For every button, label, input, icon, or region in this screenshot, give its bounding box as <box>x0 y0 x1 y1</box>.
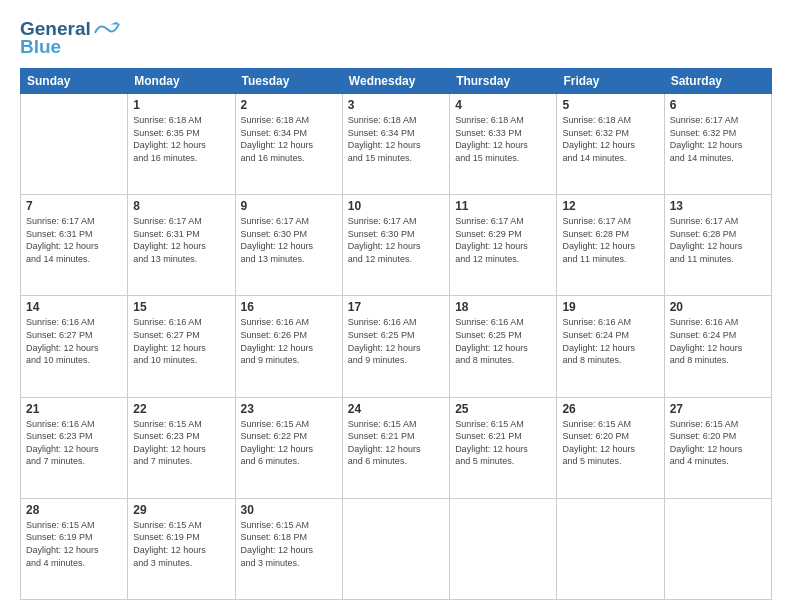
header-tuesday: Tuesday <box>235 69 342 94</box>
day-number: 30 <box>241 503 337 517</box>
calendar-cell: 16Sunrise: 6:16 AM Sunset: 6:26 PM Dayli… <box>235 296 342 397</box>
calendar-cell: 7Sunrise: 6:17 AM Sunset: 6:31 PM Daylig… <box>21 195 128 296</box>
calendar-cell: 19Sunrise: 6:16 AM Sunset: 6:24 PM Dayli… <box>557 296 664 397</box>
calendar-header-row: Sunday Monday Tuesday Wednesday Thursday… <box>21 69 772 94</box>
day-info: Sunrise: 6:15 AM Sunset: 6:23 PM Dayligh… <box>133 418 229 468</box>
day-number: 10 <box>348 199 444 213</box>
calendar-week-row: 14Sunrise: 6:16 AM Sunset: 6:27 PM Dayli… <box>21 296 772 397</box>
day-info: Sunrise: 6:16 AM Sunset: 6:24 PM Dayligh… <box>562 316 658 366</box>
calendar-cell: 30Sunrise: 6:15 AM Sunset: 6:18 PM Dayli… <box>235 498 342 599</box>
day-number: 15 <box>133 300 229 314</box>
calendar-week-row: 28Sunrise: 6:15 AM Sunset: 6:19 PM Dayli… <box>21 498 772 599</box>
calendar-cell <box>21 94 128 195</box>
day-info: Sunrise: 6:17 AM Sunset: 6:28 PM Dayligh… <box>670 215 766 265</box>
calendar-cell: 26Sunrise: 6:15 AM Sunset: 6:20 PM Dayli… <box>557 397 664 498</box>
logo-container: General Blue <box>20 18 120 58</box>
day-number: 22 <box>133 402 229 416</box>
day-number: 13 <box>670 199 766 213</box>
day-info: Sunrise: 6:16 AM Sunset: 6:27 PM Dayligh… <box>26 316 122 366</box>
day-number: 8 <box>133 199 229 213</box>
calendar-cell: 13Sunrise: 6:17 AM Sunset: 6:28 PM Dayli… <box>664 195 771 296</box>
day-info: Sunrise: 6:17 AM Sunset: 6:31 PM Dayligh… <box>26 215 122 265</box>
day-info: Sunrise: 6:18 AM Sunset: 6:33 PM Dayligh… <box>455 114 551 164</box>
day-info: Sunrise: 6:15 AM Sunset: 6:21 PM Dayligh… <box>348 418 444 468</box>
day-info: Sunrise: 6:15 AM Sunset: 6:20 PM Dayligh… <box>670 418 766 468</box>
calendar: Sunday Monday Tuesday Wednesday Thursday… <box>20 68 772 600</box>
day-number: 9 <box>241 199 337 213</box>
calendar-week-row: 7Sunrise: 6:17 AM Sunset: 6:31 PM Daylig… <box>21 195 772 296</box>
logo: General Blue <box>20 18 120 58</box>
day-number: 3 <box>348 98 444 112</box>
day-number: 26 <box>562 402 658 416</box>
day-number: 7 <box>26 199 122 213</box>
day-info: Sunrise: 6:17 AM Sunset: 6:29 PM Dayligh… <box>455 215 551 265</box>
day-number: 25 <box>455 402 551 416</box>
calendar-cell: 21Sunrise: 6:16 AM Sunset: 6:23 PM Dayli… <box>21 397 128 498</box>
calendar-cell <box>342 498 449 599</box>
day-info: Sunrise: 6:17 AM Sunset: 6:30 PM Dayligh… <box>348 215 444 265</box>
day-info: Sunrise: 6:17 AM Sunset: 6:28 PM Dayligh… <box>562 215 658 265</box>
day-info: Sunrise: 6:15 AM Sunset: 6:19 PM Dayligh… <box>26 519 122 569</box>
calendar-cell: 12Sunrise: 6:17 AM Sunset: 6:28 PM Dayli… <box>557 195 664 296</box>
day-info: Sunrise: 6:16 AM Sunset: 6:23 PM Dayligh… <box>26 418 122 468</box>
day-info: Sunrise: 6:18 AM Sunset: 6:34 PM Dayligh… <box>348 114 444 164</box>
day-number: 4 <box>455 98 551 112</box>
calendar-cell: 8Sunrise: 6:17 AM Sunset: 6:31 PM Daylig… <box>128 195 235 296</box>
day-info: Sunrise: 6:16 AM Sunset: 6:27 PM Dayligh… <box>133 316 229 366</box>
day-info: Sunrise: 6:16 AM Sunset: 6:24 PM Dayligh… <box>670 316 766 366</box>
page: General Blue Sunday Monday Tuesday Wedne… <box>0 0 792 612</box>
day-info: Sunrise: 6:18 AM Sunset: 6:34 PM Dayligh… <box>241 114 337 164</box>
calendar-cell: 22Sunrise: 6:15 AM Sunset: 6:23 PM Dayli… <box>128 397 235 498</box>
day-number: 2 <box>241 98 337 112</box>
calendar-cell: 9Sunrise: 6:17 AM Sunset: 6:30 PM Daylig… <box>235 195 342 296</box>
calendar-cell <box>664 498 771 599</box>
logo-blue-text: Blue <box>20 36 61 58</box>
day-number: 20 <box>670 300 766 314</box>
calendar-cell: 18Sunrise: 6:16 AM Sunset: 6:25 PM Dayli… <box>450 296 557 397</box>
header-monday: Monday <box>128 69 235 94</box>
logo-wave-icon <box>94 19 120 39</box>
day-info: Sunrise: 6:17 AM Sunset: 6:32 PM Dayligh… <box>670 114 766 164</box>
calendar-cell: 5Sunrise: 6:18 AM Sunset: 6:32 PM Daylig… <box>557 94 664 195</box>
day-info: Sunrise: 6:15 AM Sunset: 6:21 PM Dayligh… <box>455 418 551 468</box>
day-number: 1 <box>133 98 229 112</box>
day-number: 6 <box>670 98 766 112</box>
day-info: Sunrise: 6:16 AM Sunset: 6:26 PM Dayligh… <box>241 316 337 366</box>
calendar-cell: 3Sunrise: 6:18 AM Sunset: 6:34 PM Daylig… <box>342 94 449 195</box>
day-number: 5 <box>562 98 658 112</box>
day-number: 21 <box>26 402 122 416</box>
calendar-cell: 11Sunrise: 6:17 AM Sunset: 6:29 PM Dayli… <box>450 195 557 296</box>
day-info: Sunrise: 6:15 AM Sunset: 6:20 PM Dayligh… <box>562 418 658 468</box>
day-info: Sunrise: 6:17 AM Sunset: 6:30 PM Dayligh… <box>241 215 337 265</box>
calendar-cell: 17Sunrise: 6:16 AM Sunset: 6:25 PM Dayli… <box>342 296 449 397</box>
calendar-cell: 2Sunrise: 6:18 AM Sunset: 6:34 PM Daylig… <box>235 94 342 195</box>
day-number: 14 <box>26 300 122 314</box>
day-number: 28 <box>26 503 122 517</box>
day-info: Sunrise: 6:15 AM Sunset: 6:22 PM Dayligh… <box>241 418 337 468</box>
calendar-cell: 10Sunrise: 6:17 AM Sunset: 6:30 PM Dayli… <box>342 195 449 296</box>
day-number: 18 <box>455 300 551 314</box>
calendar-cell: 4Sunrise: 6:18 AM Sunset: 6:33 PM Daylig… <box>450 94 557 195</box>
header-saturday: Saturday <box>664 69 771 94</box>
calendar-week-row: 1Sunrise: 6:18 AM Sunset: 6:35 PM Daylig… <box>21 94 772 195</box>
calendar-cell: 14Sunrise: 6:16 AM Sunset: 6:27 PM Dayli… <box>21 296 128 397</box>
day-info: Sunrise: 6:17 AM Sunset: 6:31 PM Dayligh… <box>133 215 229 265</box>
day-number: 11 <box>455 199 551 213</box>
calendar-cell: 15Sunrise: 6:16 AM Sunset: 6:27 PM Dayli… <box>128 296 235 397</box>
day-number: 24 <box>348 402 444 416</box>
day-number: 19 <box>562 300 658 314</box>
day-info: Sunrise: 6:16 AM Sunset: 6:25 PM Dayligh… <box>455 316 551 366</box>
calendar-cell: 23Sunrise: 6:15 AM Sunset: 6:22 PM Dayli… <box>235 397 342 498</box>
calendar-cell: 28Sunrise: 6:15 AM Sunset: 6:19 PM Dayli… <box>21 498 128 599</box>
calendar-cell <box>557 498 664 599</box>
day-info: Sunrise: 6:15 AM Sunset: 6:18 PM Dayligh… <box>241 519 337 569</box>
calendar-cell: 1Sunrise: 6:18 AM Sunset: 6:35 PM Daylig… <box>128 94 235 195</box>
calendar-cell: 24Sunrise: 6:15 AM Sunset: 6:21 PM Dayli… <box>342 397 449 498</box>
header-sunday: Sunday <box>21 69 128 94</box>
calendar-week-row: 21Sunrise: 6:16 AM Sunset: 6:23 PM Dayli… <box>21 397 772 498</box>
day-info: Sunrise: 6:15 AM Sunset: 6:19 PM Dayligh… <box>133 519 229 569</box>
day-number: 17 <box>348 300 444 314</box>
day-info: Sunrise: 6:18 AM Sunset: 6:32 PM Dayligh… <box>562 114 658 164</box>
day-number: 12 <box>562 199 658 213</box>
header-wednesday: Wednesday <box>342 69 449 94</box>
